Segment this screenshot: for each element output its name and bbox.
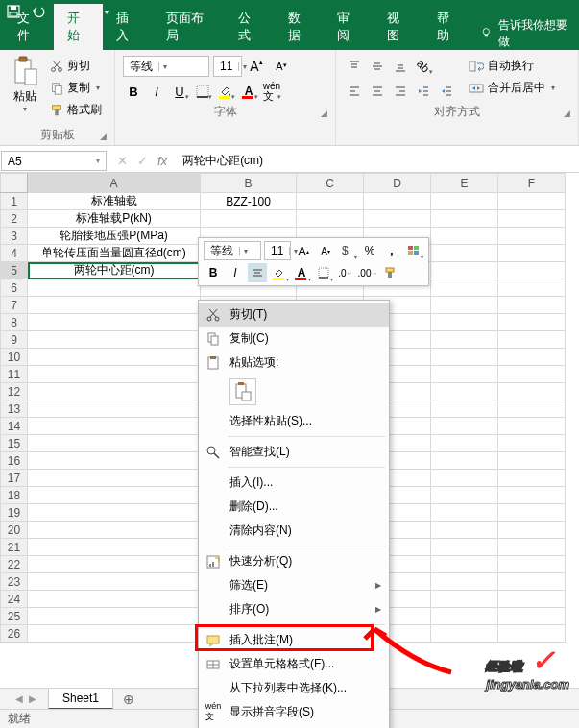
bold-button[interactable]: B [123,81,144,102]
row-header[interactable]: 21 [1,539,28,556]
cm-delete[interactable]: 删除(D)... [199,495,389,519]
cell[interactable]: 轮胎接地压强P(MPa) [28,228,201,245]
tab-review[interactable]: 审阅 [324,4,374,50]
row-header[interactable]: 4 [1,245,28,262]
cm-define-name[interactable]: 定义名称(A)... [199,724,389,728]
italic-button[interactable]: I [146,81,167,102]
mini-decrease-font[interactable]: A▾ [316,241,335,260]
row-header[interactable]: 23 [1,573,28,591]
mini-decrease-decimal[interactable]: .00→ [358,263,377,282]
cm-quick-analysis[interactable]: 快速分析(Q) [199,549,389,573]
accept-formula-icon[interactable]: ✓ [137,154,148,168]
cm-copy[interactable]: 复制(C) [199,327,389,351]
row-header[interactable]: 14 [1,418,28,435]
paste-button[interactable]: 粘贴 ▾ [8,54,42,115]
underline-button[interactable]: U [169,81,190,102]
tab-data[interactable]: 数据 [275,4,325,50]
row-header[interactable]: 12 [1,383,28,400]
align-launcher-icon[interactable]: ◢ [564,109,570,118]
sheet-nav-prev-icon[interactable]: ◀ [15,693,23,704]
row-header[interactable]: 6 [1,279,28,297]
tab-formulas[interactable]: 公式 [225,4,275,50]
tab-file[interactable]: 文件 [4,4,54,50]
row-header[interactable]: 24 [1,591,28,608]
font-size-combo[interactable]: 11 ▾ [213,56,242,77]
mini-font-name[interactable]: 等线▾ [204,241,261,260]
align-center-button[interactable] [367,81,388,102]
row-header[interactable]: 8 [1,314,28,331]
col-header-F[interactable]: F [498,174,566,193]
mini-italic[interactable]: I [226,263,245,282]
font-color-button[interactable]: A [238,81,259,102]
mini-accounting-format[interactable]: $ [338,241,357,260]
chevron-down-icon[interactable]: ▾ [158,62,171,71]
row-header[interactable]: 10 [1,349,28,366]
tab-view[interactable]: 视图 [374,4,423,50]
chevron-down-icon[interactable]: ▾ [96,157,100,165]
col-header-E[interactable]: E [431,174,498,193]
cancel-formula-icon[interactable]: ✕ [117,154,128,168]
increase-indent-button[interactable] [436,81,457,102]
row-header[interactable]: 17 [1,470,28,487]
mini-percent-format[interactable]: % [360,241,379,260]
cm-cut[interactable]: 剪切(T) [199,303,389,327]
cm-insert-comment[interactable]: 插入批注(M) [199,628,389,652]
fill-color-button[interactable] [215,81,236,102]
row-header[interactable]: 2 [1,210,28,228]
row-header[interactable]: 16 [1,452,28,470]
align-right-button[interactable] [390,81,411,102]
cell-selected[interactable]: 两轮中心距(cm) [28,262,201,279]
redo-icon[interactable] [69,4,84,19]
row-header[interactable]: 9 [1,331,28,349]
align-left-button[interactable] [344,81,365,102]
row-header[interactable]: 20 [1,522,28,539]
clipboard-launcher-icon[interactable]: ◢ [100,132,107,141]
row-header[interactable]: 11 [1,366,28,383]
mini-borders[interactable] [314,263,333,282]
row-header[interactable]: 5 [1,262,28,279]
cut-button[interactable]: 剪切 [46,56,106,76]
decrease-indent-button[interactable] [413,81,434,102]
cm-filter[interactable]: 筛选(E) [199,573,389,597]
mini-cell-styles[interactable] [404,241,423,260]
merge-center-button[interactable]: 合并后居中▾ [465,78,559,98]
mini-format-painter[interactable] [380,263,399,282]
mini-increase-font[interactable]: A▴ [294,241,313,260]
row-header[interactable]: 7 [1,297,28,314]
tab-page-layout[interactable]: 页面布局 [153,4,225,50]
fx-icon[interactable]: fx [157,154,167,168]
cm-clear-contents[interactable]: 清除内容(N) [199,519,389,543]
mini-font-size[interactable]: 11▾ [264,241,291,260]
col-header-B[interactable]: B [201,174,297,193]
sheet-nav-next-icon[interactable]: ▶ [29,693,36,704]
align-top-button[interactable] [344,56,365,77]
tell-me-input[interactable]: 告诉我你想要做 [498,17,571,50]
decrease-font-button[interactable]: A▾ [271,56,292,77]
col-header-A[interactable]: A [28,174,201,193]
format-painter-button[interactable]: 格式刷 [46,100,106,120]
borders-button[interactable] [192,81,213,102]
wrap-text-button[interactable]: 自动换行 [465,56,559,76]
cm-smart-lookup[interactable]: 智能查找(L) [199,440,389,464]
orientation-button[interactable]: ab [413,56,434,77]
cell[interactable]: BZZ-100 [201,193,297,210]
row-header[interactable]: 3 [1,228,28,245]
col-header-C[interactable]: C [297,174,364,193]
row-header[interactable]: 15 [1,435,28,452]
row-header[interactable]: 22 [1,556,28,573]
increase-font-button[interactable]: A▴ [246,56,267,77]
align-middle-button[interactable] [367,56,388,77]
row-header[interactable]: 13 [1,400,28,418]
col-header-D[interactable]: D [364,174,431,193]
font-name-combo[interactable]: 等线 ▾ [123,56,209,77]
row-header[interactable]: 1 [1,193,28,210]
row-header[interactable]: 26 [1,625,28,643]
align-bottom-button[interactable] [390,56,411,77]
cm-pick-from-list[interactable]: 从下拉列表中选择(K)... [199,676,389,700]
name-box[interactable]: A5 ▾ [1,151,107,171]
cm-sort[interactable]: 排序(O) [199,597,389,621]
sheet-tab[interactable]: Sheet1 [48,689,113,710]
mini-font-color[interactable]: A [292,263,311,282]
mini-bold[interactable]: B [204,263,223,282]
phonetic-guide-button[interactable]: wén文 [261,81,282,102]
